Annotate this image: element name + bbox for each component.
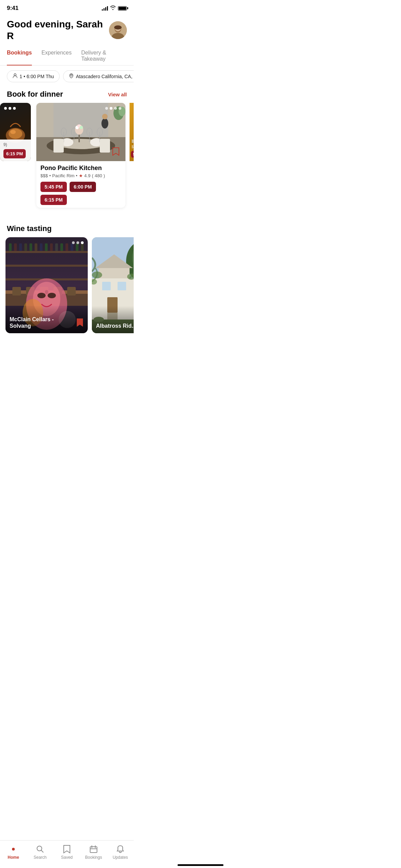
svg-rect-55 — [19, 243, 22, 251]
svg-rect-51 — [5, 265, 88, 267]
svg-point-86 — [92, 272, 102, 278]
svg-rect-64 — [65, 243, 68, 251]
dinner-section-title: Book for dinner — [7, 90, 63, 99]
price-level: $$$ — [40, 173, 48, 178]
restaurant-cards-row: 9) 6:15 PM — [0, 103, 134, 213]
wine-cards-row: McClain Cellars - Solvang — [0, 237, 134, 339]
tabs: Bookings Experiences Delivery & Takeaway — [0, 47, 134, 65]
svg-point-5 — [14, 74, 16, 76]
tab-bookings[interactable]: Bookings — [7, 47, 32, 65]
svg-rect-61 — [50, 243, 53, 251]
partial-left-card: 9) 6:15 PM — [0, 103, 31, 208]
svg-rect-34 — [100, 139, 110, 153]
svg-rect-82 — [99, 268, 130, 278]
svg-rect-67 — [81, 243, 84, 251]
person-icon — [13, 73, 17, 79]
restaurant-meta: $$$ • Pacific Rim • ★ 4.9 (480) — [40, 173, 121, 178]
svg-rect-31 — [36, 103, 53, 137]
svg-rect-62 — [55, 243, 58, 251]
dinner-view-all[interactable]: View all — [108, 92, 127, 97]
status-icons — [102, 5, 127, 11]
svg-rect-45 — [12, 287, 21, 296]
wine-venue-name-albatross: Albatross Rid... — [96, 323, 134, 329]
party-size-label: 1 • 6:00 PM Thu — [20, 74, 54, 79]
svg-point-71 — [48, 293, 56, 298]
svg-rect-49 — [67, 287, 76, 296]
time-slot-545[interactable]: 5:45 PM — [40, 182, 67, 192]
location-label: Atascadero California, CA, United St... — [76, 74, 134, 79]
svg-point-30 — [80, 126, 83, 129]
bookmark-pono[interactable] — [110, 146, 121, 157]
svg-point-36 — [102, 114, 108, 119]
wine-card-mcclain: McClain Cellars - Solvang — [5, 237, 88, 333]
svg-point-10 — [10, 130, 16, 134]
battery-icon — [118, 6, 127, 11]
filter-row: 1 • 6:00 PM Thu Atascadero California, C… — [0, 65, 134, 87]
svg-rect-59 — [40, 243, 42, 251]
svg-rect-33 — [53, 139, 64, 153]
svg-rect-54 — [14, 243, 17, 251]
svg-rect-83 — [102, 282, 111, 290]
restaurant-name: Pono Pacific Kitchen — [40, 165, 121, 172]
restaurant-card-info: Pono Pacific Kitchen $$$ • Pacific Rim •… — [36, 161, 125, 208]
svg-rect-60 — [45, 243, 48, 251]
svg-point-4 — [114, 25, 122, 29]
dinner-section-header: Book for dinner View all — [0, 87, 134, 103]
star-icon: ★ — [79, 173, 83, 178]
avatar[interactable] — [109, 21, 127, 39]
wine-section-header: Wine tasting — [0, 221, 134, 237]
header: Good evening, Sarah R — [0, 14, 134, 47]
svg-rect-57 — [29, 243, 32, 251]
time-slots: 5:45 PM 6:00 PM 6:15 PM — [40, 182, 121, 205]
svg-rect-50 — [5, 251, 88, 253]
wine-card-overlay-mcclain: McClain Cellars - Solvang — [5, 306, 88, 333]
svg-point-9 — [9, 129, 22, 139]
tab-delivery[interactable]: Delivery & Takeaway — [81, 47, 117, 65]
svg-rect-65 — [71, 243, 73, 251]
svg-rect-84 — [118, 282, 126, 290]
svg-point-6 — [71, 74, 72, 76]
svg-rect-56 — [24, 243, 27, 251]
status-bar: 9:41 — [0, 0, 134, 14]
wine-section-title: Wine tasting — [7, 224, 52, 233]
review-count: 480 — [95, 173, 102, 178]
wine-venue-name-mcclain: McClain Cellars - Solvang — [10, 316, 76, 329]
wine-tasting-section: Wine tasting — [0, 213, 134, 339]
time-slot-600[interactable]: 6:00 PM — [70, 182, 96, 192]
svg-rect-53 — [9, 243, 12, 251]
rating: 4.9 — [84, 173, 90, 178]
svg-point-72 — [45, 290, 48, 294]
status-time: 9:41 — [7, 5, 19, 12]
location-icon — [69, 73, 74, 79]
party-size-filter[interactable]: 1 • 6:00 PM Thu — [7, 70, 60, 82]
wifi-icon — [110, 5, 116, 11]
bookmark-mcclain[interactable] — [76, 318, 84, 329]
svg-point-35 — [101, 118, 108, 129]
svg-rect-63 — [60, 243, 63, 251]
wine-card-overlay-albatross: Albatross Rid... — [92, 306, 134, 333]
location-filter[interactable]: Atascadero California, CA, United St... — [63, 70, 134, 82]
restaurant-card-pono: Pono Pacific Kitchen $$$ • Pacific Rim •… — [36, 103, 125, 208]
greeting-text: Good evening, Sarah R — [7, 19, 109, 41]
wine-card-albatross: Albatross Rid... — [92, 237, 134, 333]
signal-icon — [102, 6, 108, 11]
restaurant-card-image — [36, 103, 125, 161]
svg-rect-58 — [35, 243, 37, 251]
svg-rect-66 — [76, 243, 78, 251]
cuisine-type: Pacific Rim — [52, 173, 74, 178]
partial-right-card: II C... $$$$ 5:4... — [130, 103, 134, 208]
tab-experiences[interactable]: Experiences — [41, 47, 72, 65]
time-slot-615[interactable]: 6:15 PM — [40, 195, 67, 205]
svg-point-70 — [37, 293, 46, 298]
